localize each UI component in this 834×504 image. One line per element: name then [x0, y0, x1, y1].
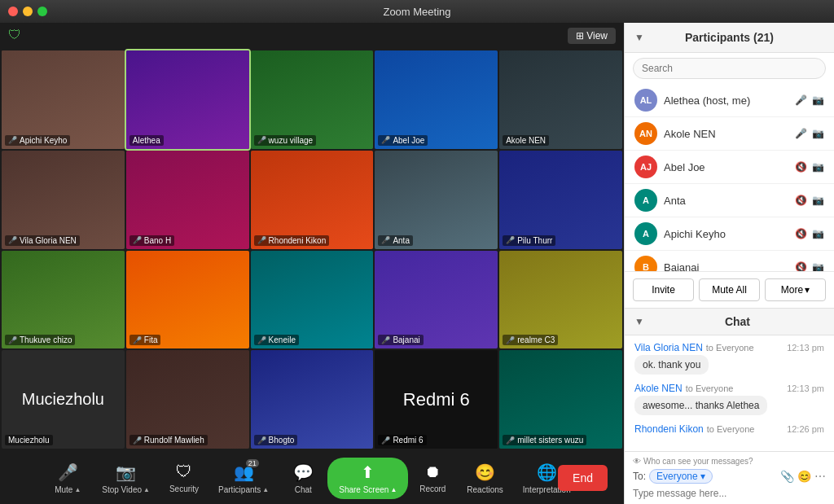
participant-icons: 🔇 📷: [795, 195, 824, 206]
chat-input-row: [633, 488, 826, 499]
who-can-see-text: Who can see your messages?: [643, 457, 753, 466]
chat-button[interactable]: 💬 Chat: [279, 458, 327, 499]
chat-message-header-1: Vila Gloria NEN to Everyone 12:13 pm: [634, 342, 824, 353]
chat-message-header-3: Rhondeni Kikon to Everyone 12:26 pm: [634, 423, 824, 435]
security-label: Security: [169, 484, 199, 493]
participant-row: AN Akole NEN 🎤 📷: [625, 117, 834, 151]
more-button[interactable]: More ▾: [765, 278, 826, 301]
video-cell-abel: 🎤 Abel Joe: [375, 50, 498, 149]
avatar-alethea: AL: [634, 89, 657, 112]
mic-muted-icon: 🔇: [795, 261, 807, 271]
participants-search-bar: [625, 53, 834, 84]
participants-button[interactable]: 👥 21 Participants ▲: [208, 458, 279, 499]
invite-button[interactable]: Invite: [633, 278, 694, 301]
who-can-see: 👁 Who can see your messages?: [633, 457, 826, 466]
dropdown-arrow-icon: ▾: [700, 471, 705, 482]
stop-video-button[interactable]: 📷 Stop Video ▲: [92, 458, 160, 499]
mute-all-button[interactable]: Mute All: [699, 278, 760, 301]
participant-row: B Bajanai 🔇 📷: [625, 251, 834, 271]
more-chevron-icon: ▾: [805, 284, 810, 296]
video-icon: 📷: [812, 195, 824, 206]
video-cell-anta: 🎤 Anta: [375, 151, 498, 249]
video-cell-thukuve: 🎤 Thukuve chizo: [2, 251, 125, 349]
record-label: Record: [419, 484, 446, 493]
security-button[interactable]: 🛡 Security: [160, 458, 208, 498]
emoji-icon[interactable]: 😊: [797, 470, 811, 483]
shield-icon: 🛡: [176, 462, 192, 481]
video-icon: 📷: [812, 228, 824, 239]
participants-caret[interactable]: ▲: [262, 486, 269, 493]
stop-video-label: Stop Video: [102, 485, 142, 494]
video-cell-bhogto: 🎤 Bhogto: [251, 350, 374, 449]
participants-label: Participants: [218, 485, 261, 494]
main-content: 🛡 ⊞ View 🎤 Apichi Keyho: [0, 23, 834, 504]
mic-icon: 🎤: [795, 128, 807, 139]
chat-icon: 💬: [293, 462, 314, 482]
participant-icons: 🔇 📷: [795, 161, 824, 173]
close-button[interactable]: [8, 7, 18, 16]
eye-icon: 👁: [633, 457, 641, 466]
mute-label: Mute: [55, 485, 72, 494]
participants-header: ▼ Participants (21): [625, 23, 834, 53]
chat-bubble-1: ok. thank you: [634, 355, 709, 375]
video-cell-apichi: 🎤 Apichi Keyho: [2, 50, 125, 149]
view-button[interactable]: ⊞ View: [568, 28, 616, 44]
participant-name-bajanai: 🎤 Bajanai: [378, 335, 423, 345]
participants-count-badge: 21: [246, 459, 259, 467]
mic-icon: 🎤: [795, 94, 807, 106]
security-indicator: 🛡: [8, 28, 21, 44]
participants-search-input[interactable]: [633, 58, 826, 79]
end-button[interactable]: End: [558, 465, 608, 491]
chat-to-everyone-button[interactable]: Everyone ▾: [649, 469, 713, 484]
chat-sender-1: Vila Gloria NEN: [634, 342, 703, 353]
minimize-button[interactable]: [23, 7, 33, 16]
share-caret[interactable]: ▲: [390, 486, 397, 493]
participant-name: Apichi Keyho: [664, 228, 795, 240]
avatar-akole: AN: [634, 122, 657, 145]
chat-message-2: Akole NEN to Everyone 12:13 pm awesome..…: [634, 383, 824, 415]
mute-caret[interactable]: ▲: [74, 486, 81, 493]
video-cell-alethea: Alethea: [126, 50, 249, 149]
chat-messages: Vila Gloria NEN to Everyone 12:13 pm ok.…: [625, 335, 834, 451]
participant-row: AJ Abel Joe 🔇 📷: [625, 151, 834, 184]
avatar-apichi: A: [634, 222, 657, 245]
record-button[interactable]: ⏺ Record: [408, 458, 457, 498]
reactions-button[interactable]: 😊 Reactions: [457, 458, 512, 499]
chat-time-2: 12:13 pm: [787, 383, 824, 393]
participants-chevron-icon[interactable]: ▼: [634, 32, 644, 43]
participant-name-rundolf: 🎤 Rundolf Mawlieh: [129, 435, 208, 445]
mute-button[interactable]: 🎤 Mute ▲: [43, 458, 92, 499]
participant-name-muciezholu: Muciezholu: [5, 435, 53, 445]
chat-header: ▼ Chat: [625, 309, 834, 335]
chat-to-2: to Everyone: [686, 383, 734, 393]
avatar-bajanai: B: [634, 256, 657, 271]
mic-muted-icon: 🔇: [795, 195, 807, 206]
redmi-title: Redmi 6: [403, 389, 470, 410]
participant-name-redmi-small: 🎤 Redmi 6: [378, 435, 426, 445]
avatar-abel: AJ: [634, 156, 657, 178]
participant-name-keneile: 🎤 Keneile: [254, 335, 299, 345]
participant-name: Bajanai: [664, 261, 795, 272]
chat-chevron-icon[interactable]: ▼: [634, 316, 644, 327]
video-icon: 📷: [812, 128, 824, 139]
more-options-icon[interactable]: ⋯: [814, 470, 826, 483]
maximize-button[interactable]: [37, 7, 47, 16]
chat-message-input[interactable]: [633, 488, 826, 499]
chat-message-1: Vila Gloria NEN to Everyone 12:13 pm ok.…: [634, 342, 824, 375]
video-icon: 📷: [812, 261, 824, 271]
chat-sender-2: Akole NEN: [634, 383, 683, 394]
participant-name-abel: 🎤 Abel Joe: [378, 135, 428, 146]
window-controls[interactable]: [8, 7, 47, 16]
video-caret[interactable]: ▲: [143, 486, 150, 493]
participant-name-akole: Akole NEN: [503, 135, 549, 146]
video-cell-muciezholu: Muciezholu Muciezholu: [2, 350, 125, 449]
participant-name-fita: 🎤 Fita: [129, 335, 161, 345]
participant-icons: 🎤 📷: [795, 94, 824, 106]
participant-actions: Invite Mute All More ▾: [625, 271, 834, 308]
video-cell-akole: Akole NEN: [499, 50, 622, 149]
file-icon[interactable]: 📎: [780, 470, 794, 483]
chat-to-3: to Everyone: [707, 424, 755, 434]
share-screen-button[interactable]: ⬆ Share Screen ▲: [327, 458, 408, 499]
right-panel: ▼ Participants (21) AL Alethea (host, me…: [624, 23, 834, 504]
participant-icons: 🎤 📷: [795, 128, 824, 139]
